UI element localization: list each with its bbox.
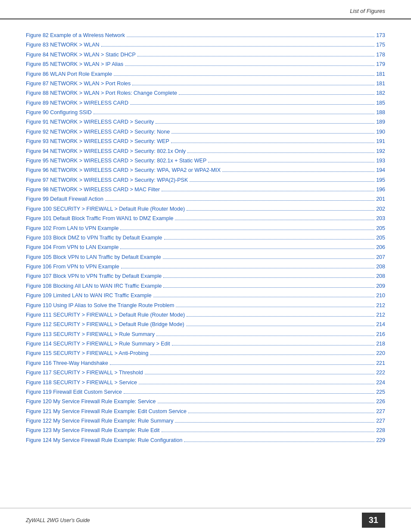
list-item: Figure 124 My Service Firewall Rule Exam… <box>26 436 385 445</box>
figure-dots <box>156 123 374 124</box>
figure-page-number: 194 <box>376 166 385 174</box>
figure-link[interactable]: Figure 97 NETWORK > WIRELESS CARD > Secu… <box>26 176 188 184</box>
figure-link[interactable]: Figure 115 SECURITY > FIREWALL > Anti-Pr… <box>26 349 148 358</box>
figure-dots <box>101 46 375 47</box>
figure-link[interactable]: Figure 124 My Service Firewall Rule Exam… <box>26 436 182 445</box>
figure-dots <box>158 403 375 403</box>
list-item: Figure 92 NETWORK > WIRELESS CARD > Secu… <box>26 128 385 136</box>
list-item: Figure 89 NETWORK > WIRELESS CARD185 <box>26 99 385 107</box>
figure-page-number: 209 <box>376 282 385 290</box>
figure-link[interactable]: Figure 116 Three-Way Handshake <box>26 359 108 367</box>
figure-link[interactable]: Figure 86 WLAN Port Role Example <box>26 70 112 78</box>
figure-link[interactable]: Figure 83 NETWORK > WLAN <box>26 41 100 49</box>
figure-link[interactable]: Figure 113 SECURITY > FIREWALL > Rule Su… <box>26 330 155 339</box>
figure-page-number: 178 <box>376 51 385 59</box>
list-item: Figure 96 NETWORK > WIRELESS CARD > Secu… <box>26 166 385 174</box>
figure-link[interactable]: Figure 117 SECURITY > FIREWALL > Thresho… <box>26 369 143 377</box>
figure-page-number: 181 <box>376 70 385 78</box>
figure-dots <box>190 181 374 182</box>
list-item: Figure 110 Using IP Alias to Solve the T… <box>26 302 385 310</box>
figure-link[interactable]: Figure 119 Firewall Edit Custom Service <box>26 388 122 396</box>
figure-link[interactable]: Figure 112 SECURITY > FIREWALL > Default… <box>26 320 184 329</box>
figure-link[interactable]: Figure 90 Configuring SSID <box>26 109 92 117</box>
figure-link[interactable]: Figure 96 NETWORK > WIRELESS CARD > Secu… <box>26 166 221 174</box>
list-item: Figure 88 NETWORK > WLAN > Port Roles: C… <box>26 89 385 97</box>
figure-dots <box>150 355 374 355</box>
figure-page-number: 220 <box>376 349 385 358</box>
figure-link[interactable]: Figure 118 SECURITY > FIREWALL > Service <box>26 379 137 387</box>
figure-page-number: 218 <box>376 340 385 348</box>
figure-link[interactable]: Figure 82 Example of a Wireless Network <box>26 31 125 40</box>
figure-link[interactable]: Figure 102 From LAN to VPN Example <box>26 224 118 233</box>
list-item: Figure 100 SECURITY > FIREWALL > Default… <box>26 205 385 213</box>
figure-link[interactable]: Figure 122 My Service Firewall Rule Exam… <box>26 417 173 425</box>
figure-page-number: 189 <box>376 118 385 126</box>
figure-link[interactable]: Figure 100 SECURITY > FIREWALL > Default… <box>26 205 185 213</box>
figure-link[interactable]: Figure 91 NETWORK > WIRELESS CARD > Secu… <box>26 118 154 126</box>
figure-page-number: 192 <box>376 147 385 156</box>
figure-link[interactable]: Figure 108 Blocking All LAN to WAN IRC T… <box>26 282 162 290</box>
figure-link[interactable]: Figure 85 NETWORK > WLAN > IP Alias <box>26 60 123 68</box>
figure-dots <box>186 326 374 326</box>
figure-dots <box>179 94 374 95</box>
list-item: Figure 117 SECURITY > FIREWALL > Thresho… <box>26 369 385 377</box>
page-container: List of Figures Figure 82 Example of a W… <box>0 0 411 532</box>
figure-dots <box>125 65 374 66</box>
figure-link[interactable]: Figure 109 Limited LAN to WAN IRC Traffi… <box>26 292 152 300</box>
figure-link[interactable]: Figure 88 NETWORK > WLAN > Port Roles: C… <box>26 89 177 97</box>
list-item: Figure 85 NETWORK > WLAN > IP Alias179 <box>26 60 385 68</box>
figure-link[interactable]: Figure 103 Block DMZ to VPN Traffic by D… <box>26 234 162 242</box>
figure-dots <box>137 56 374 56</box>
figure-page-number: 202 <box>376 205 385 213</box>
figure-link[interactable]: Figure 106 From VPN to VPN Example <box>26 263 119 271</box>
page-header: List of Figures <box>0 0 411 19</box>
list-item: Figure 99 Default Firewall Action201 <box>26 195 385 203</box>
list-item: Figure 86 WLAN Port Role Example181 <box>26 70 385 78</box>
figure-link[interactable]: Figure 89 NETWORK > WIRELESS CARD <box>26 99 128 107</box>
figure-dots <box>139 384 374 384</box>
figure-link[interactable]: Figure 84 NETWORK > WLAN > Static DHCP <box>26 51 136 59</box>
figure-page-number: 205 <box>376 234 385 242</box>
figure-link[interactable]: Figure 105 Block VPN to LAN Traffic by D… <box>26 253 161 261</box>
list-item: Figure 82 Example of a Wireless Network1… <box>26 31 385 40</box>
figure-link[interactable]: Figure 98 NETWORK > WIRELESS CARD > MAC … <box>26 186 160 194</box>
figure-page-number: 173 <box>376 31 385 40</box>
figure-link[interactable]: Figure 99 Default Firewall Action <box>26 195 103 203</box>
figure-link[interactable]: Figure 123 My Service Firewall Rule Exam… <box>26 426 160 435</box>
figure-link[interactable]: Figure 93 NETWORK > WIRELESS CARD > Secu… <box>26 137 169 146</box>
figure-dots <box>175 220 374 220</box>
figure-dots <box>156 336 374 336</box>
figure-dots <box>120 230 374 230</box>
figure-page-number: 208 <box>376 272 385 280</box>
figure-dots <box>120 249 374 249</box>
list-item: Figure 84 NETWORK > WLAN > Static DHCP17… <box>26 51 385 59</box>
figure-link[interactable]: Figure 87 NETWORK > WLAN > Port Roles <box>26 80 131 88</box>
figure-page-number: 208 <box>376 263 385 271</box>
list-item: Figure 116 Three-Way Handshake221 <box>26 359 385 367</box>
list-item: Figure 104 From VPN to LAN Example206 <box>26 243 385 252</box>
figure-link[interactable]: Figure 94 NETWORK > WIRELESS CARD > Secu… <box>26 147 186 156</box>
figure-page-number: 181 <box>376 80 385 88</box>
figure-link[interactable]: Figure 107 Block VPN to VPN Traffic by D… <box>26 272 162 280</box>
figure-link[interactable]: Figure 111 SECURITY > FIREWALL > Default… <box>26 311 185 319</box>
figure-dots <box>172 345 374 345</box>
figure-link[interactable]: Figure 95 NETWORK > WIRELESS CARD > Secu… <box>26 157 206 165</box>
figure-link[interactable]: Figure 114 SECURITY > FIREWALL > Rule Su… <box>26 340 170 348</box>
footer-product: ZyWALL 2WG User's Guide <box>26 517 90 523</box>
figure-link[interactable]: Figure 101 Default Block Traffic From WA… <box>26 215 173 223</box>
figure-link[interactable]: Figure 110 Using IP Alias to Solve the T… <box>26 302 174 310</box>
figure-link[interactable]: Figure 121 My Service Firewall Rule Exam… <box>26 408 187 416</box>
list-item: Figure 120 My Service Firewall Rule Exam… <box>26 398 385 406</box>
figure-link[interactable]: Figure 92 NETWORK > WIRELESS CARD > Secu… <box>26 128 170 136</box>
figure-dots <box>127 37 374 37</box>
list-item: Figure 114 SECURITY > FIREWALL > Rule Su… <box>26 340 385 348</box>
figure-dots <box>222 171 374 172</box>
figure-page-number: 205 <box>376 224 385 233</box>
list-item: Figure 108 Blocking All LAN to WAN IRC T… <box>26 282 385 290</box>
figure-link[interactable]: Figure 120 My Service Firewall Rule Exam… <box>26 398 156 406</box>
list-item: Figure 115 SECURITY > FIREWALL > Anti-Pr… <box>26 349 385 358</box>
figure-dots <box>132 85 374 85</box>
figure-dots <box>162 191 374 191</box>
list-item: Figure 109 Limited LAN to WAN IRC Traffi… <box>26 292 385 300</box>
figure-link[interactable]: Figure 104 From VPN to LAN Example <box>26 243 118 252</box>
